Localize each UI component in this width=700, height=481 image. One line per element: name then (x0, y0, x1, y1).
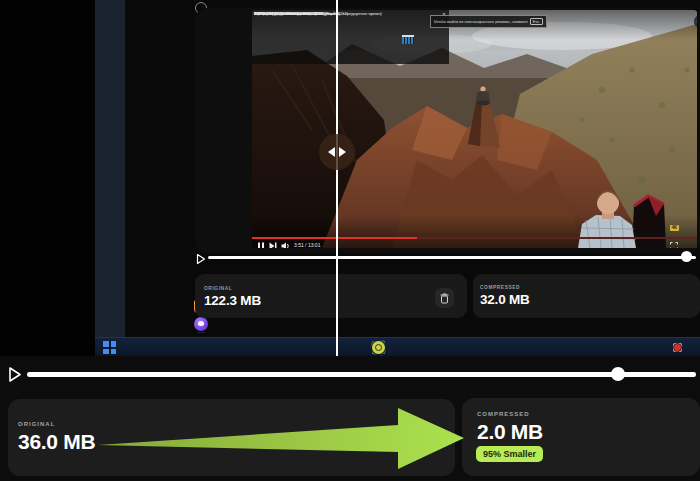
preview-progress-bar[interactable] (208, 256, 696, 260)
original-label: ORIGINAL (18, 421, 55, 427)
compressed-size-value: 32.0 MB (480, 292, 530, 307)
fullscreen-tooltip: Чтобы выйти из полноэкранного режима, на… (430, 15, 547, 28)
windows-taskbar: Y (95, 337, 700, 356)
screen: ✕ + ⋯ (0, 0, 700, 481)
tooltip-text: Чтобы выйти из полноэкранного режима, на… (434, 19, 528, 24)
savings-badge: 95% Smaller (476, 446, 543, 462)
connection-speed-sparkline (402, 35, 414, 44)
comparison-slider-line[interactable] (336, 0, 338, 356)
esc-keycap: Esc (530, 18, 543, 25)
quality-badge: 4K (670, 225, 679, 231)
playback-slider-handle[interactable] (611, 367, 625, 381)
record-indicator-icon[interactable] (673, 343, 682, 352)
preview-progress-handle[interactable] (681, 251, 692, 262)
next-icon[interactable] (269, 242, 277, 248)
yt-progress-played[interactable] (252, 237, 417, 239)
compressed-label: COMPRESSED (480, 285, 520, 290)
video-player[interactable]: Dolby Vision Video ID / sCPNsdUUx5FdySs … (252, 10, 697, 248)
time-display: 3:51 / 13:01 (294, 242, 320, 248)
fullscreen-icon[interactable] (670, 242, 678, 248)
original-size-value: 122.3 MB (204, 293, 261, 308)
search-app-icon[interactable] (372, 341, 385, 354)
delete-button[interactable] (435, 288, 454, 308)
pause-icon[interactable] (257, 242, 265, 248)
preview-play-button[interactable] (196, 253, 206, 265)
gaming-chair (632, 196, 666, 248)
comparison-slider-handle[interactable] (319, 134, 355, 170)
original-label: ORIGINAL (204, 286, 232, 291)
play-button[interactable] (8, 366, 22, 383)
meditating-person (480, 86, 485, 91)
more-dots-icon[interactable]: ⋯ (194, 329, 208, 337)
browser-sidebar: ✕ + ⋯ (95, 0, 125, 337)
yt-progress-remaining[interactable] (417, 237, 697, 239)
compressed-size-card: COMPRESSED 32.0 MB (473, 274, 700, 318)
compressed-result-card: COMPRESSED 2.0 MB 95% Smaller (462, 398, 700, 476)
compressed-size-value: 2.0 MB (477, 420, 543, 444)
highlight-arrow (90, 400, 470, 480)
original-size-card: ORIGINAL 122.3 MB (195, 274, 467, 318)
chevron-left-icon (328, 147, 335, 157)
compressed-label: COMPRESSED (477, 411, 530, 417)
playback-slider[interactable] (27, 372, 696, 377)
video-preview-container: Dolby Vision Video ID / sCPNsdUUx5FdySs … (195, 8, 700, 253)
original-size-value: 36.0 MB (18, 430, 95, 454)
volume-icon[interactable] (281, 242, 291, 248)
chevron-right-icon (339, 147, 346, 157)
start-button[interactable] (103, 341, 116, 354)
stats-for-nerds-panel: Video ID / sCPNsdUUx5FdySs / 9F3 K2L 7MD… (252, 10, 449, 64)
